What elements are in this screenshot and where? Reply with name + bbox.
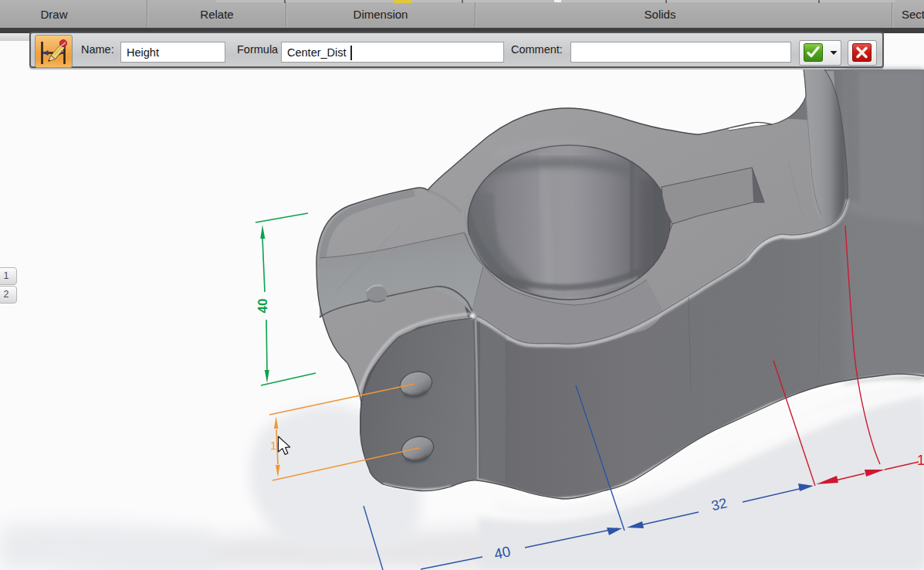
svg-text:1: 1 — [917, 453, 924, 468]
svg-text:40: 40 — [256, 299, 270, 314]
svg-text:40: 40 — [492, 543, 512, 562]
